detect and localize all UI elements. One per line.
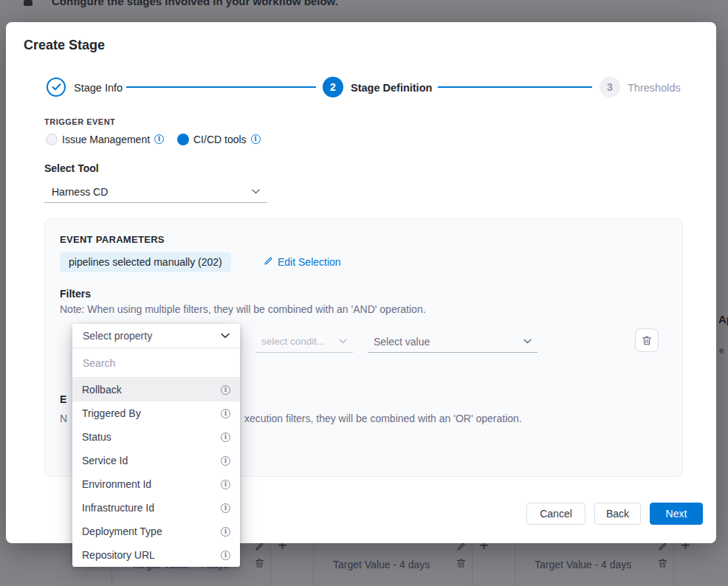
execution-filters-heading-fragment: E	[60, 393, 66, 405]
dropdown-search-row	[72, 348, 240, 378]
chevron-down-icon	[523, 339, 532, 344]
radio-option-label: CI/CD tools	[193, 134, 247, 145]
event-parameters-panel: EVENT PARAMETERS pipelines selected manu…	[44, 218, 683, 477]
info-icon[interactable]	[221, 409, 230, 418]
info-icon[interactable]	[221, 456, 230, 466]
back-button[interactable]: Back	[594, 503, 641, 525]
tool-select[interactable]: Harness CD	[44, 181, 267, 203]
cancel-button[interactable]: Cancel	[526, 503, 586, 525]
trigger-event-label: TRIGGER EVENT	[44, 117, 115, 126]
dropdown-option-deployment-type[interactable]: Deployment Type	[72, 520, 240, 543]
dropdown-option-environment-id[interactable]: Environment Id	[72, 472, 240, 496]
create-stage-modal: Create Stage Stage Info 2 Stage Definiti…	[6, 22, 716, 543]
radio-selected-icon[interactable]	[177, 134, 189, 145]
step-3-label: Thresholds	[628, 82, 681, 94]
info-icon[interactable]	[221, 503, 230, 513]
search-input[interactable]	[83, 357, 230, 369]
modal-title: Create Stage	[24, 38, 105, 53]
dropdown-option-label: Triggered By	[82, 407, 141, 419]
execution-note-fragment: N	[60, 413, 67, 424]
filters-heading: Filters	[60, 288, 91, 300]
dropdown-option-label: Deployment Type	[82, 525, 162, 537]
dropdown-option-status[interactable]: Status	[72, 425, 240, 449]
dropdown-option-label: Rollback	[82, 384, 122, 396]
radio-option-cicd-tools[interactable]: CI/CD tools	[177, 133, 261, 145]
info-icon[interactable]	[221, 480, 230, 489]
condition-select-placeholder: select condit...	[261, 336, 325, 347]
step-3-indicator[interactable]: 3	[600, 77, 620, 97]
check-icon	[52, 81, 61, 93]
chevron-down-icon	[252, 189, 260, 194]
dropdown-option-label: Repository URL	[82, 549, 155, 561]
dropdown-option-rollback[interactable]: Rollback	[72, 378, 240, 401]
info-icon[interactable]	[221, 432, 230, 442]
step-2-label: Stage Definition	[351, 82, 432, 94]
execution-note-fragment: xecution filters, they will be combined …	[244, 413, 522, 424]
info-icon[interactable]	[154, 134, 164, 144]
filters-note: Note: When using multiple filters, they …	[60, 303, 426, 315]
value-select[interactable]: Select value	[368, 331, 538, 353]
step-2-indicator[interactable]: 2	[323, 77, 343, 97]
tool-select-value: Harness CD	[52, 186, 108, 198]
dropdown-option-triggered-by[interactable]: Triggered By	[72, 401, 240, 425]
property-select-dropdown: Select property Rollback Triggered By St…	[72, 324, 240, 567]
info-icon[interactable]	[221, 551, 230, 560]
event-parameters-heading: EVENT PARAMETERS	[60, 234, 165, 245]
delete-filter-button[interactable]	[635, 328, 659, 352]
selection-chip: pipelines selected manually (202)	[60, 252, 231, 272]
radio-option-label: Issue Management	[62, 134, 150, 145]
select-tool-label: Select Tool	[44, 162, 99, 174]
dropdown-option-label: Infrastructure Id	[82, 502, 154, 514]
dropdown-option-service-id[interactable]: Service Id	[72, 449, 240, 472]
dropdown-option-label: Environment Id	[82, 478, 151, 490]
property-select-placeholder: Select property	[83, 330, 152, 342]
radio-option-issue-management[interactable]: Issue Management	[46, 133, 164, 145]
step-1-label: Stage Info	[74, 82, 123, 94]
edit-selection-label: Edit Selection	[278, 256, 341, 268]
radio-unselected-icon[interactable]	[46, 134, 58, 145]
edit-icon	[264, 256, 273, 268]
dropdown-option-repository-url[interactable]: Repository URL	[72, 543, 240, 567]
edit-selection-link[interactable]: Edit Selection	[264, 256, 341, 268]
property-select[interactable]: Select property	[72, 324, 240, 348]
chevron-down-icon	[339, 339, 347, 344]
dropdown-option-infrastructure-id[interactable]: Infrastructure Id	[72, 496, 240, 520]
trash-icon	[642, 335, 652, 346]
info-icon[interactable]	[251, 134, 261, 144]
stepper-connector	[126, 86, 316, 88]
dropdown-option-label: Status	[82, 431, 111, 443]
condition-select[interactable]: select condit...	[255, 331, 353, 353]
dropdown-option-label: Service Id	[82, 455, 128, 466]
step-1-indicator[interactable]	[47, 77, 66, 97]
value-select-placeholder: Select value	[374, 336, 430, 348]
stepper-connector	[438, 86, 592, 88]
next-button[interactable]: Next	[650, 503, 703, 525]
info-icon[interactable]	[221, 527, 230, 537]
chevron-down-icon	[221, 333, 230, 339]
info-icon[interactable]	[221, 385, 230, 395]
